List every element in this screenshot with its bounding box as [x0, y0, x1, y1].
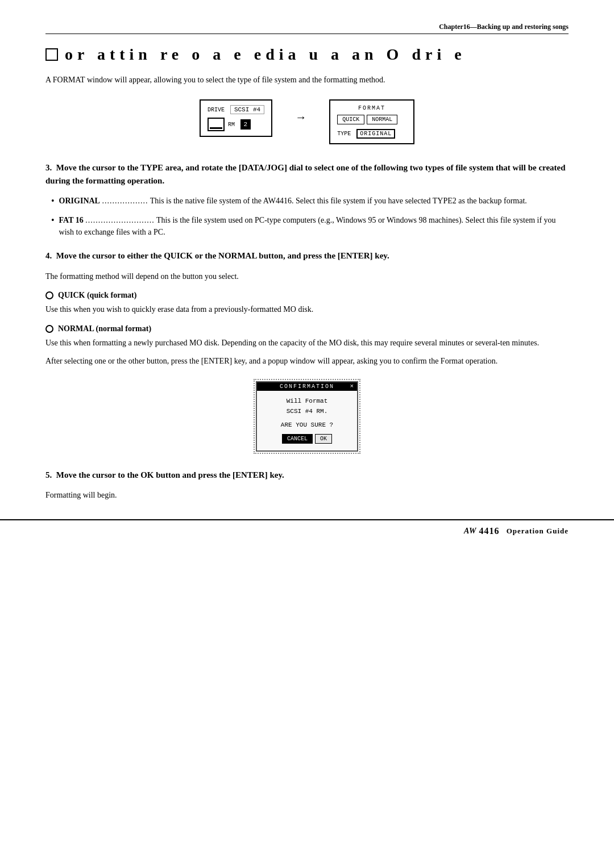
- dots-fat16: ...........................: [85, 216, 155, 224]
- format-buttons: QUICK NORMAL: [337, 115, 406, 124]
- normal-sub-heading: NORMAL (normal format): [45, 324, 569, 333]
- disk-slot: [210, 127, 222, 129]
- step3-number: 3.: [45, 163, 56, 172]
- arrow-icon: →: [295, 111, 306, 124]
- confirm-question: ARE YOU SURE ?: [266, 422, 348, 428]
- step5-desc: Formatting will begin.: [45, 489, 569, 502]
- drive-label-text: DRIVE: [208, 107, 225, 113]
- step4-heading-text: Move the cursor to either the QUICK or t…: [56, 251, 389, 260]
- step5-heading: 5. Move the cursor to the OK button and …: [45, 469, 569, 482]
- rm-label: RM: [228, 122, 235, 128]
- bullet-fat16: • FAT 16 ........................... Thi…: [45, 214, 569, 238]
- step5-section: 5. Move the cursor to the OK button and …: [45, 469, 569, 502]
- confirm-title-bar: CONFIRMATION: [257, 382, 357, 391]
- normal-button[interactable]: NORMAL: [367, 115, 397, 124]
- confirm-area: CONFIRMATION Will Format SCSI #4 RM. ARE…: [45, 379, 569, 453]
- quick-button[interactable]: QUICK: [337, 115, 364, 124]
- quick-label: QUICK (quick format): [58, 291, 136, 300]
- footer-logo: AW 4416 Operation Guide: [464, 526, 569, 536]
- type-row: TYPE ORIGINAL: [337, 129, 406, 139]
- step5-number: 5.: [45, 470, 56, 479]
- page-header: Chapter16—Backing up and restoring songs: [45, 23, 569, 34]
- bullet-original-content: ORIGINAL .................. This is the …: [59, 195, 569, 207]
- confirm-message: Will Format SCSI #4 RM.: [266, 397, 348, 416]
- drive-box: DRIVE SCSI #4 RM 2: [200, 99, 272, 137]
- ok-button[interactable]: OK: [315, 434, 332, 444]
- drive-value: SCSI #4: [230, 105, 264, 114]
- step3-section: 3. Move the cursor to the TYPE area, and…: [45, 161, 569, 238]
- quick-desc: Use this when you wish to quickly erase …: [45, 303, 569, 316]
- page-footer: AW 4416 Operation Guide: [0, 519, 614, 536]
- type-label: TYPE: [337, 131, 351, 137]
- step5-heading-text: Move the cursor to the OK button and pre…: [56, 470, 284, 479]
- drive-label: DRIVE SCSI #4: [208, 105, 264, 114]
- logo-number: 4416: [479, 526, 499, 536]
- confirm-buttons: CANCEL OK: [266, 434, 348, 444]
- footer-text: [501, 527, 504, 536]
- chapter-header-text: Chapter16—Backing up and restoring songs: [439, 23, 569, 31]
- intro-text: A FORMAT window will appear, allowing yo…: [45, 74, 443, 86]
- normal-label: NORMAL (normal format): [58, 324, 151, 333]
- confirm-dialog: CONFIRMATION Will Format SCSI #4 RM. ARE…: [256, 381, 358, 451]
- checkbox-icon: [45, 48, 58, 61]
- step4-heading: 4. Move the cursor to either the QUICK o…: [45, 249, 569, 262]
- normal-circle-icon: [45, 325, 53, 333]
- normal-desc: Use this when formatting a newly purchas…: [45, 337, 569, 349]
- drive-icon-area: RM 2: [208, 118, 264, 131]
- step4-after-text: After selecting one or the other button,…: [45, 355, 569, 368]
- quick-circle-icon: [45, 291, 53, 299]
- confirm-outer: CONFIRMATION Will Format SCSI #4 RM. ARE…: [254, 379, 360, 453]
- page: Chapter16—Backing up and restoring songs…: [0, 0, 614, 553]
- rm-value: 2: [240, 119, 251, 130]
- term-fat16: FAT 16: [59, 216, 84, 224]
- format-title: FORMAT: [337, 105, 406, 111]
- footer-guide: Operation Guide: [507, 527, 569, 536]
- step4-section: 4. Move the cursor to either the QUICK o…: [45, 249, 569, 368]
- aw-logo-text: AW: [464, 527, 477, 536]
- desc-original: This is the native file system of the AW…: [150, 197, 527, 205]
- bullet-original: • ORIGINAL .................. This is th…: [45, 195, 569, 207]
- type-value: ORIGINAL: [356, 129, 395, 139]
- quick-sub-heading: QUICK (quick format): [45, 291, 569, 300]
- diagram-area: DRIVE SCSI #4 RM 2 → FORMAT QUICK NORMAL…: [45, 99, 569, 144]
- bullet-dot-1: •: [51, 195, 55, 207]
- confirm-line1: Will Format: [266, 397, 348, 407]
- term-original: ORIGINAL: [59, 197, 100, 205]
- confirm-title: CONFIRMATION: [280, 383, 334, 390]
- title-text: or attin re o a e edia u a an O dri e: [65, 45, 466, 64]
- bullet-fat16-content: FAT 16 ........................... This …: [59, 214, 569, 238]
- normal-section: NORMAL (normal format) Use this when for…: [45, 324, 569, 349]
- step4-intro: The formatting method will depend on the…: [45, 270, 569, 283]
- chapter-title: or attin re o a e edia u a an O dri e: [45, 45, 569, 64]
- quick-section: QUICK (quick format) Use this when you w…: [45, 291, 569, 316]
- bullet-dot-2: •: [51, 214, 55, 227]
- step3-heading: 3. Move the cursor to the TYPE area, and…: [45, 161, 569, 187]
- cancel-button[interactable]: CANCEL: [282, 434, 313, 444]
- disk-icon: [208, 118, 225, 131]
- confirm-line2: SCSI #4 RM.: [266, 407, 348, 417]
- step3-heading-text: Move the cursor to the TYPE area, and ro…: [45, 163, 566, 185]
- step4-number: 4.: [45, 251, 56, 260]
- format-box: FORMAT QUICK NORMAL TYPE ORIGINAL: [329, 99, 414, 144]
- dots-original: ..................: [102, 197, 148, 205]
